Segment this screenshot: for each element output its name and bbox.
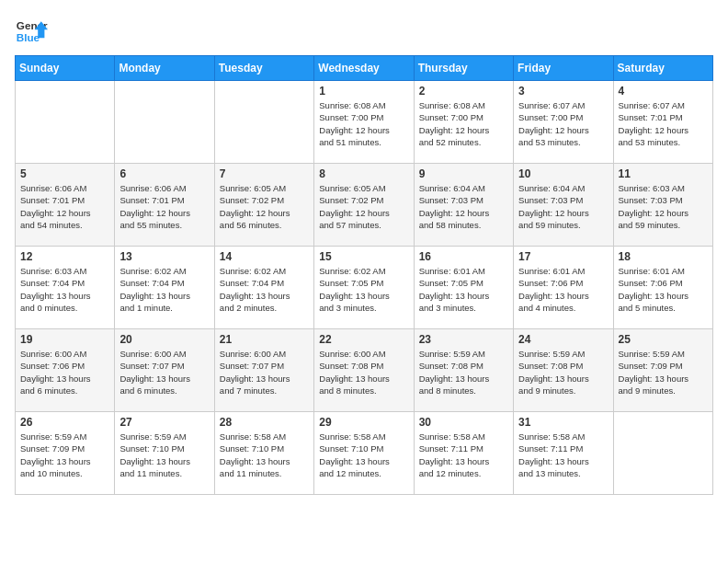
cell-1-5: 2Sunrise: 6:08 AM Sunset: 7:00 PM Daylig… <box>414 81 513 164</box>
day-number: 19 <box>20 333 109 346</box>
cell-content: Sunrise: 5:58 AM Sunset: 7:11 PM Dayligh… <box>518 431 608 479</box>
day-number: 31 <box>518 416 608 429</box>
day-number: 9 <box>419 167 508 180</box>
day-number: 22 <box>319 333 408 346</box>
week-row-5: 26Sunrise: 5:59 AM Sunset: 7:09 PM Dayli… <box>16 412 713 495</box>
header-tuesday: Tuesday <box>214 56 313 81</box>
cell-content: Sunrise: 6:05 AM Sunset: 7:02 PM Dayligh… <box>319 182 408 231</box>
cell-3-6: 17Sunrise: 6:01 AM Sunset: 7:06 PM Dayli… <box>514 247 613 329</box>
svg-text:Blue: Blue <box>17 31 40 43</box>
cell-5-6: 31Sunrise: 5:58 AM Sunset: 7:11 PM Dayli… <box>514 412 613 495</box>
cell-1-7: 4Sunrise: 6:07 AM Sunset: 7:01 PM Daylig… <box>613 81 712 164</box>
cell-content: Sunrise: 6:06 AM Sunset: 7:01 PM Dayligh… <box>20 182 109 231</box>
cell-1-2 <box>115 81 214 164</box>
cell-content: Sunrise: 5:58 AM Sunset: 7:10 PM Dayligh… <box>220 431 309 479</box>
cell-4-5: 23Sunrise: 5:59 AM Sunset: 7:08 PM Dayli… <box>414 329 513 412</box>
logo: General Blue <box>15 15 48 48</box>
header-row: SundayMondayTuesdayWednesdayThursdayFrid… <box>16 56 713 81</box>
cell-2-2: 6Sunrise: 6:06 AM Sunset: 7:01 PM Daylig… <box>115 164 214 247</box>
day-number: 1 <box>319 85 408 98</box>
cell-content: Sunrise: 6:00 AM Sunset: 7:07 PM Dayligh… <box>119 348 209 396</box>
header-monday: Monday <box>115 56 214 81</box>
day-number: 29 <box>319 416 408 429</box>
cell-3-4: 15Sunrise: 6:02 AM Sunset: 7:05 PM Dayli… <box>314 247 414 329</box>
cell-2-7: 11Sunrise: 6:03 AM Sunset: 7:03 PM Dayli… <box>613 164 712 247</box>
cell-5-4: 29Sunrise: 5:58 AM Sunset: 7:10 PM Dayli… <box>314 412 414 495</box>
cell-content: Sunrise: 6:08 AM Sunset: 7:00 PM Dayligh… <box>419 99 508 148</box>
day-number: 23 <box>419 333 508 346</box>
day-number: 20 <box>119 333 209 346</box>
cell-5-7 <box>613 412 712 495</box>
cell-2-1: 5Sunrise: 6:06 AM Sunset: 7:01 PM Daylig… <box>16 164 115 247</box>
cell-content: Sunrise: 6:01 AM Sunset: 7:06 PM Dayligh… <box>619 265 708 314</box>
day-number: 28 <box>220 416 309 429</box>
day-number: 25 <box>619 333 708 346</box>
cell-content: Sunrise: 6:06 AM Sunset: 7:01 PM Dayligh… <box>119 182 209 231</box>
cell-content: Sunrise: 6:01 AM Sunset: 7:06 PM Dayligh… <box>518 265 608 314</box>
cell-content: Sunrise: 5:58 AM Sunset: 7:11 PM Dayligh… <box>419 431 508 479</box>
cell-3-3: 14Sunrise: 6:02 AM Sunset: 7:04 PM Dayli… <box>214 247 313 329</box>
logo-icon: General Blue <box>15 15 48 48</box>
week-row-3: 12Sunrise: 6:03 AM Sunset: 7:04 PM Dayli… <box>16 247 713 329</box>
cell-content: Sunrise: 6:00 AM Sunset: 7:07 PM Dayligh… <box>220 348 309 396</box>
day-number: 6 <box>119 167 209 180</box>
day-number: 24 <box>518 333 608 346</box>
day-number: 8 <box>319 167 408 180</box>
cell-content: Sunrise: 6:02 AM Sunset: 7:05 PM Dayligh… <box>319 265 408 314</box>
cell-2-5: 9Sunrise: 6:04 AM Sunset: 7:03 PM Daylig… <box>414 164 513 247</box>
cell-2-3: 7Sunrise: 6:05 AM Sunset: 7:02 PM Daylig… <box>214 164 313 247</box>
week-row-1: 1Sunrise: 6:08 AM Sunset: 7:00 PM Daylig… <box>16 81 713 164</box>
cell-content: Sunrise: 6:00 AM Sunset: 7:06 PM Dayligh… <box>20 348 109 396</box>
cell-4-7: 25Sunrise: 5:59 AM Sunset: 7:09 PM Dayli… <box>613 329 712 412</box>
cell-content: Sunrise: 6:07 AM Sunset: 7:00 PM Dayligh… <box>518 99 608 148</box>
day-number: 3 <box>518 85 608 98</box>
header-sunday: Sunday <box>16 56 115 81</box>
day-number: 4 <box>619 85 708 98</box>
calendar-table: SundayMondayTuesdayWednesdayThursdayFrid… <box>15 55 713 495</box>
cell-5-3: 28Sunrise: 5:58 AM Sunset: 7:10 PM Dayli… <box>214 412 313 495</box>
day-number: 16 <box>419 250 508 263</box>
cell-3-7: 18Sunrise: 6:01 AM Sunset: 7:06 PM Dayli… <box>613 247 712 329</box>
day-number: 10 <box>518 167 608 180</box>
cell-3-1: 12Sunrise: 6:03 AM Sunset: 7:04 PM Dayli… <box>16 247 115 329</box>
cell-4-3: 21Sunrise: 6:00 AM Sunset: 7:07 PM Dayli… <box>214 329 313 412</box>
header-thursday: Thursday <box>414 56 513 81</box>
day-number: 12 <box>20 250 109 263</box>
week-row-2: 5Sunrise: 6:06 AM Sunset: 7:01 PM Daylig… <box>16 164 713 247</box>
cell-4-1: 19Sunrise: 6:00 AM Sunset: 7:06 PM Dayli… <box>16 329 115 412</box>
day-number: 18 <box>619 250 708 263</box>
day-number: 30 <box>419 416 508 429</box>
day-number: 2 <box>419 85 508 98</box>
day-number: 14 <box>220 250 309 263</box>
cell-1-4: 1Sunrise: 6:08 AM Sunset: 7:00 PM Daylig… <box>314 81 414 164</box>
cell-4-4: 22Sunrise: 6:00 AM Sunset: 7:08 PM Dayli… <box>314 329 414 412</box>
day-number: 21 <box>220 333 309 346</box>
cell-content: Sunrise: 5:59 AM Sunset: 7:08 PM Dayligh… <box>419 348 508 396</box>
cell-content: Sunrise: 6:03 AM Sunset: 7:04 PM Dayligh… <box>20 265 109 314</box>
cell-content: Sunrise: 6:04 AM Sunset: 7:03 PM Dayligh… <box>419 182 508 231</box>
cell-3-5: 16Sunrise: 6:01 AM Sunset: 7:05 PM Dayli… <box>414 247 513 329</box>
cell-content: Sunrise: 6:00 AM Sunset: 7:08 PM Dayligh… <box>319 348 408 396</box>
cell-2-4: 8Sunrise: 6:05 AM Sunset: 7:02 PM Daylig… <box>314 164 414 247</box>
cell-5-5: 30Sunrise: 5:58 AM Sunset: 7:11 PM Dayli… <box>414 412 513 495</box>
cell-content: Sunrise: 6:04 AM Sunset: 7:03 PM Dayligh… <box>518 182 608 231</box>
cell-content: Sunrise: 6:01 AM Sunset: 7:05 PM Dayligh… <box>419 265 508 314</box>
day-number: 5 <box>20 167 109 180</box>
day-number: 11 <box>619 167 708 180</box>
cell-content: Sunrise: 5:59 AM Sunset: 7:09 PM Dayligh… <box>20 431 109 479</box>
cell-3-2: 13Sunrise: 6:02 AM Sunset: 7:04 PM Dayli… <box>115 247 214 329</box>
cell-content: Sunrise: 6:05 AM Sunset: 7:02 PM Dayligh… <box>220 182 309 231</box>
day-number: 17 <box>518 250 608 263</box>
cell-1-3 <box>214 81 313 164</box>
cell-content: Sunrise: 6:03 AM Sunset: 7:03 PM Dayligh… <box>619 182 708 231</box>
day-number: 7 <box>220 167 309 180</box>
cell-1-1 <box>16 81 115 164</box>
header: General Blue <box>15 15 713 48</box>
cell-4-6: 24Sunrise: 5:59 AM Sunset: 7:08 PM Dayli… <box>514 329 613 412</box>
header-saturday: Saturday <box>613 56 712 81</box>
day-number: 26 <box>20 416 109 429</box>
header-wednesday: Wednesday <box>314 56 414 81</box>
cell-5-2: 27Sunrise: 5:59 AM Sunset: 7:10 PM Dayli… <box>115 412 214 495</box>
cell-content: Sunrise: 5:59 AM Sunset: 7:08 PM Dayligh… <box>518 348 608 396</box>
cell-1-6: 3Sunrise: 6:07 AM Sunset: 7:00 PM Daylig… <box>514 81 613 164</box>
